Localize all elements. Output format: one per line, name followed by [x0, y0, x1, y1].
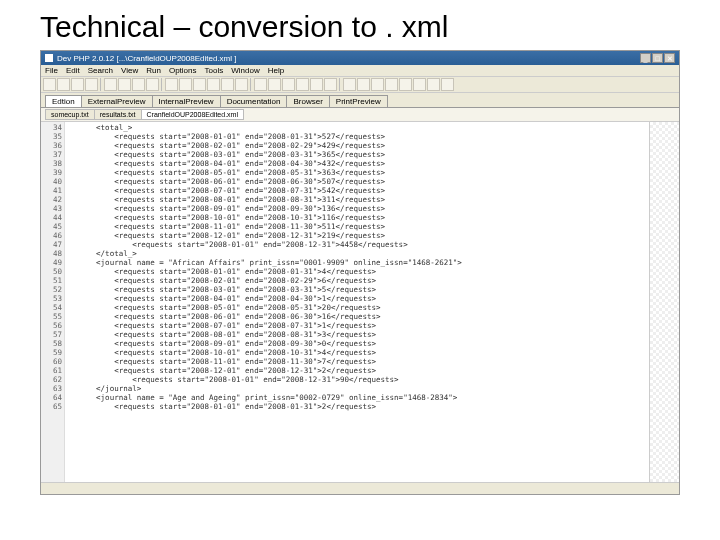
- menu-tools[interactable]: Tools: [205, 66, 224, 75]
- menu-file[interactable]: File: [45, 66, 58, 75]
- titlebar-text: Dev PHP 2.0.12 [...\CranfieldOUP2008Edit…: [57, 54, 640, 63]
- toolbar-button-17[interactable]: [296, 78, 309, 91]
- toolbar-button-9[interactable]: [179, 78, 192, 91]
- toolbar-button-5[interactable]: [118, 78, 131, 91]
- toolbar: [41, 77, 679, 93]
- toolbar-button-1[interactable]: [57, 78, 70, 91]
- maximize-button[interactable]: □: [652, 53, 663, 63]
- editor-area: 34 35 36 37 38 39 40 41 42 43 44 45 46 4…: [41, 122, 679, 482]
- toolbar-button-6[interactable]: [132, 78, 145, 91]
- right-panel: [649, 122, 679, 482]
- toolbar-button-24[interactable]: [399, 78, 412, 91]
- statusbar: [41, 482, 679, 494]
- app-window: Dev PHP 2.0.12 [...\CranfieldOUP2008Edit…: [40, 50, 680, 495]
- menu-search[interactable]: Search: [88, 66, 113, 75]
- toolbar-button-0[interactable]: [43, 78, 56, 91]
- toolbar-button-22[interactable]: [371, 78, 384, 91]
- filetab-2[interactable]: CranfieldOUP2008Edited.xml: [141, 109, 244, 120]
- menu-options[interactable]: Options: [169, 66, 197, 75]
- toolbar-button-16[interactable]: [282, 78, 295, 91]
- view-tabs: EdtionExternalPreviewInternalPreviewDocu…: [41, 93, 679, 108]
- menu-run[interactable]: Run: [146, 66, 161, 75]
- minimize-button[interactable]: _: [640, 53, 651, 63]
- line-gutter: 34 35 36 37 38 39 40 41 42 43 44 45 46 4…: [41, 122, 65, 482]
- tab-documentation[interactable]: Documentation: [220, 95, 288, 107]
- toolbar-button-8[interactable]: [165, 78, 178, 91]
- toolbar-button-13[interactable]: [235, 78, 248, 91]
- toolbar-button-26[interactable]: [427, 78, 440, 91]
- code-editor[interactable]: <total_> <requests start="2008-01-01" en…: [65, 122, 649, 482]
- toolbar-button-4[interactable]: [104, 78, 117, 91]
- toolbar-button-20[interactable]: [343, 78, 356, 91]
- slide-title: Technical – conversion to . xml: [0, 0, 720, 50]
- tab-browser[interactable]: Browser: [286, 95, 329, 107]
- toolbar-button-3[interactable]: [85, 78, 98, 91]
- toolbar-button-12[interactable]: [221, 78, 234, 91]
- close-button[interactable]: ✕: [664, 53, 675, 63]
- tab-printpreview[interactable]: PrintPreview: [329, 95, 388, 107]
- toolbar-button-15[interactable]: [268, 78, 281, 91]
- menu-window[interactable]: Window: [231, 66, 259, 75]
- app-icon: [45, 54, 53, 62]
- toolbar-button-21[interactable]: [357, 78, 370, 91]
- menu-view[interactable]: View: [121, 66, 138, 75]
- toolbar-button-23[interactable]: [385, 78, 398, 91]
- tab-internalpreview[interactable]: InternalPreview: [152, 95, 221, 107]
- menubar: FileEditSearchViewRunOptionsToolsWindowH…: [41, 65, 679, 77]
- toolbar-button-19[interactable]: [324, 78, 337, 91]
- tab-externalpreview[interactable]: ExternalPreview: [81, 95, 153, 107]
- menu-edit[interactable]: Edit: [66, 66, 80, 75]
- tab-edtion[interactable]: Edtion: [45, 95, 82, 107]
- toolbar-button-11[interactable]: [207, 78, 220, 91]
- toolbar-button-27[interactable]: [441, 78, 454, 91]
- titlebar: Dev PHP 2.0.12 [...\CranfieldOUP2008Edit…: [41, 51, 679, 65]
- toolbar-button-7[interactable]: [146, 78, 159, 91]
- filetab-0[interactable]: somecup.txt: [45, 109, 95, 120]
- file-tabs: somecup.txtresultats.txtCranfieldOUP2008…: [41, 108, 679, 122]
- filetab-1[interactable]: resultats.txt: [94, 109, 142, 120]
- toolbar-button-14[interactable]: [254, 78, 267, 91]
- toolbar-button-18[interactable]: [310, 78, 323, 91]
- toolbar-button-25[interactable]: [413, 78, 426, 91]
- toolbar-button-2[interactable]: [71, 78, 84, 91]
- menu-help[interactable]: Help: [268, 66, 284, 75]
- toolbar-button-10[interactable]: [193, 78, 206, 91]
